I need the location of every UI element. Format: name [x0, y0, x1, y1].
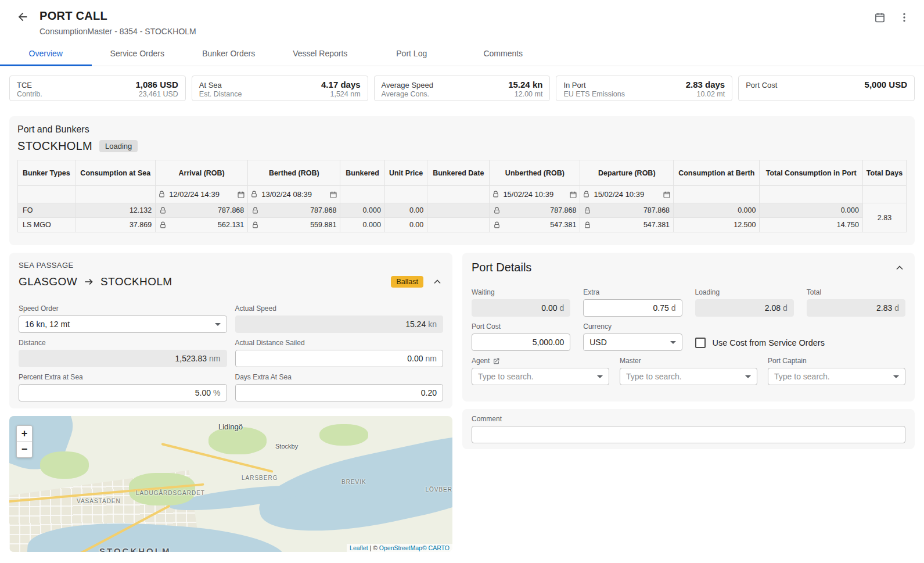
- currency-select[interactable]: USD: [583, 334, 682, 351]
- map-label-brevik: BREVIK: [341, 479, 366, 485]
- master-search-input[interactable]: Type to search.: [620, 368, 757, 385]
- kebab-menu-icon: [898, 12, 910, 23]
- checkbox-icon[interactable]: [695, 338, 706, 348]
- route-to: STOCKHOLM: [100, 275, 172, 288]
- unit-suffix: d: [894, 303, 899, 313]
- kpi-subvalue: 23,461 USD: [139, 90, 178, 98]
- speed-order-value: 16 kn, 12 mt: [25, 320, 70, 329]
- tab-service-orders[interactable]: Service Orders: [92, 42, 184, 66]
- lock-icon[interactable]: [492, 191, 499, 198]
- tab-comments[interactable]: Comments: [458, 42, 549, 66]
- unberthed-date[interactable]: 15/02/24 10:39: [503, 190, 566, 199]
- calendar-icon[interactable]: [663, 191, 671, 199]
- section-title: Port and Bunkers: [17, 124, 907, 135]
- total-field: Total 2.83 d: [807, 288, 905, 317]
- leaflet-link[interactable]: Leaflet: [350, 544, 368, 551]
- arrival-date-cell[interactable]: 12/02/24 14:39: [156, 186, 248, 203]
- berthed-date[interactable]: 13/02/24 08:39: [261, 190, 326, 199]
- unberthed-rob: 787.868: [490, 203, 580, 218]
- lock-icon[interactable]: [493, 207, 501, 214]
- bunkered[interactable]: 0.000: [340, 218, 385, 232]
- bunkered[interactable]: 0.000: [340, 203, 385, 218]
- field-label: Actual Distance Sailed: [235, 339, 444, 347]
- lock-icon[interactable]: [158, 191, 166, 198]
- back-button[interactable]: [16, 10, 29, 36]
- port-cost-input[interactable]: 5,000.00: [472, 334, 570, 351]
- kpi-row: TCE1,086 USD Contrib.23,461 USD At Sea4.…: [9, 76, 915, 101]
- distance-value: 1,523.83: [175, 354, 207, 363]
- external-link-icon[interactable]: [492, 357, 500, 365]
- zoom-out-button[interactable]: −: [17, 442, 32, 457]
- kpi-label: TCE: [17, 81, 32, 89]
- extra-field: Extra 0.75 d: [583, 288, 682, 317]
- lock-icon[interactable]: [159, 221, 167, 229]
- collapse-button[interactable]: [894, 262, 905, 274]
- speed-order-select[interactable]: 16 kn, 12 mt: [19, 315, 227, 333]
- page-subtitle: ConsumptionMaster - 8354 - STOCKHOLM: [39, 27, 196, 36]
- map[interactable]: Lidingö Stockby LARSBERG BREVIK LÖVBER V…: [9, 416, 452, 552]
- lock-icon[interactable]: [493, 221, 501, 229]
- berthed-date-cell[interactable]: 13/02/24 08:39: [248, 186, 340, 203]
- col-arrival-rob: Arrival (ROB): [156, 160, 248, 186]
- kebab-menu-button[interactable]: [898, 12, 910, 23]
- lock-icon[interactable]: [251, 221, 259, 229]
- kpi-label: In Port: [563, 81, 585, 89]
- waiting-value: 0.00: [541, 303, 557, 313]
- kpi-value: 4.17 days: [321, 80, 361, 89]
- chevron-up-icon: [432, 276, 443, 288]
- field-label: Port Cost: [472, 322, 570, 331]
- zoom-in-button[interactable]: +: [17, 426, 32, 442]
- total-consumption-in-port: 14.750: [760, 218, 862, 232]
- kpi-tce: TCE1,086 USD Contrib.23,461 USD: [9, 76, 186, 101]
- checkbox-label: Use Cost from Service Orders: [713, 338, 825, 347]
- unit-suffix: d: [559, 303, 564, 313]
- loading-field: Loading 2.08 d: [695, 288, 794, 317]
- unit-price[interactable]: 0.00: [384, 218, 427, 232]
- agent-search-input[interactable]: Type to search.: [472, 368, 609, 385]
- comment-input[interactable]: [472, 426, 905, 443]
- arrival-date[interactable]: 12/02/24 14:39: [169, 190, 233, 199]
- consumption-at-sea: 37.869: [75, 218, 156, 232]
- bunkered-date[interactable]: [427, 218, 490, 232]
- collapse-button[interactable]: [432, 276, 443, 288]
- port-captain-search-input[interactable]: Type to search.: [768, 368, 905, 385]
- use-cost-checkbox[interactable]: Use Cost from Service Orders: [695, 322, 906, 351]
- map-label-lidingo: Lidingö: [218, 422, 243, 431]
- kpi-label: Port Cost: [746, 81, 777, 89]
- map-zoom-control: + −: [16, 425, 33, 458]
- osm-link[interactable]: OpenStreetMap: [379, 544, 422, 551]
- master-placeholder: Type to search.: [626, 372, 682, 381]
- lock-icon[interactable]: [159, 207, 167, 214]
- ballast-badge: Ballast: [391, 276, 423, 288]
- kpi-label: At Sea: [199, 81, 222, 89]
- calendar-icon[interactable]: [569, 191, 577, 199]
- days-extra-input[interactable]: 0.20: [235, 384, 444, 401]
- extra-input[interactable]: 0.75 d: [583, 299, 682, 317]
- departure-date-cell[interactable]: 15/02/24 10:39: [580, 186, 674, 203]
- tab-vessel-reports[interactable]: Vessel Reports: [275, 42, 366, 66]
- departure-date[interactable]: 15/02/24 10:39: [594, 190, 659, 199]
- tab-bunker-orders[interactable]: Bunker Orders: [183, 42, 275, 66]
- consumption-at-berth: 0.000: [674, 203, 760, 218]
- carto-link[interactable]: © CARTO: [422, 544, 450, 551]
- unit-suffix: %: [213, 388, 220, 397]
- lock-icon[interactable]: [583, 191, 590, 198]
- percent-extra-input[interactable]: 5.00 %: [19, 384, 227, 401]
- lock-icon[interactable]: [251, 207, 259, 214]
- tab-overview[interactable]: Overview: [0, 42, 92, 66]
- kpi-port-cost: Port Cost5,000 USD: [738, 76, 915, 101]
- bunker-row-ls-mgo: LS MGO 37.869 562.131 559.881 0.000 0.00…: [18, 218, 907, 232]
- calendar-icon[interactable]: [237, 191, 245, 199]
- tab-port-log[interactable]: Port Log: [366, 42, 458, 66]
- table-header-row: Bunker Types Consumption at Sea Arrival …: [18, 160, 907, 186]
- lock-icon[interactable]: [584, 207, 591, 214]
- calendar-button[interactable]: [874, 12, 886, 23]
- kpi-sublabel: EU ETS Emissions: [563, 90, 625, 98]
- unberthed-date-cell[interactable]: 15/02/24 10:39: [490, 186, 580, 203]
- unit-price[interactable]: 0.00: [384, 203, 427, 218]
- lock-icon[interactable]: [250, 191, 258, 198]
- actual-distance-sailed-input[interactable]: 0.00 nm: [235, 350, 444, 367]
- bunkered-date[interactable]: [427, 203, 490, 218]
- calendar-icon[interactable]: [329, 191, 337, 199]
- lock-icon[interactable]: [584, 221, 591, 229]
